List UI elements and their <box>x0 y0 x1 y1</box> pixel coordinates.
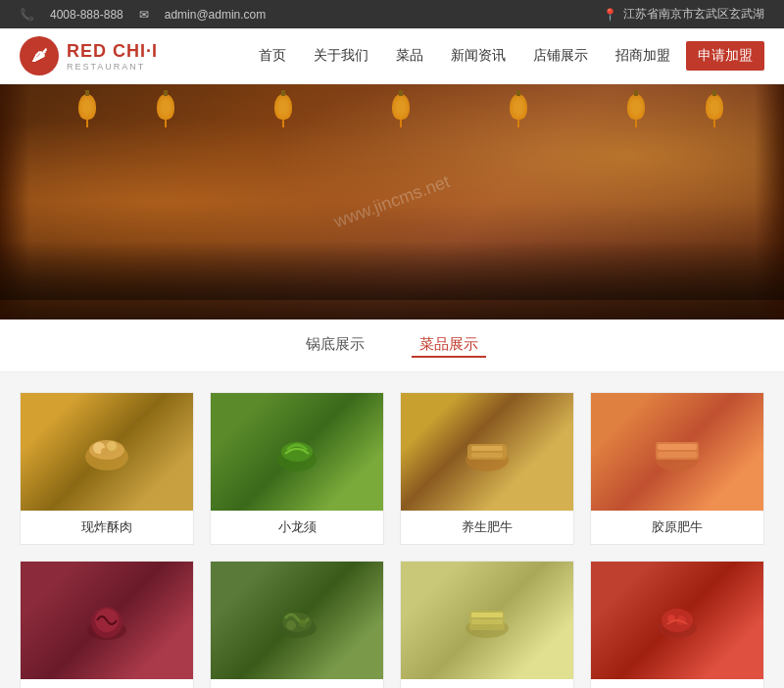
product-card-5[interactable]: 菊花郡肝 <box>20 561 194 688</box>
top-bar-right: 📍 江苏省南京市玄武区玄武湖 <box>603 6 764 23</box>
product-title-6: 肥肠节子 <box>211 679 383 688</box>
product-image-6 <box>211 562 383 679</box>
nav-home[interactable]: 首页 <box>247 39 298 73</box>
nav-about[interactable]: 关于我们 <box>302 39 380 73</box>
svg-rect-9 <box>471 446 503 451</box>
nav-dishes[interactable]: 菜品 <box>384 39 435 73</box>
mail-icon: ✉ <box>139 8 149 22</box>
product-card-1[interactable]: 现炸酥肉 <box>20 392 194 545</box>
logo-subtitle: RESTAURANT <box>67 62 158 72</box>
svg-rect-25 <box>471 619 503 624</box>
logo-title: RED CHI·I <box>67 41 158 62</box>
logo-icon: 🌶 <box>20 36 59 75</box>
tab-dishes[interactable]: 菜品展示 <box>412 333 486 358</box>
product-image-2 <box>211 393 383 511</box>
nav-apply[interactable]: 申请加盟 <box>686 41 764 71</box>
product-title-1: 现炸酥肉 <box>21 511 193 544</box>
email-address: admin@admin.com <box>165 8 267 22</box>
product-card-6[interactable]: 肥肠节子 <box>210 561 384 688</box>
product-title-8: 麻辣牛肉 <box>591 679 763 688</box>
phone-number: 4008-888-888 <box>50 8 123 22</box>
svg-point-20 <box>286 620 296 630</box>
product-image-7 <box>401 562 573 679</box>
product-image-8 <box>591 562 763 679</box>
svg-rect-24 <box>471 613 503 617</box>
product-image-1 <box>21 393 193 511</box>
hero-banner: www.jincms.net <box>0 84 784 319</box>
products-grid: 现炸酥肉 小龙须 养生肥牛 <box>20 392 764 688</box>
main-nav: 首页 关于我们 菜品 新闻资讯 店铺展示 招商加盟 申请加盟 <box>247 39 764 73</box>
product-title-7: 农家笋片王 <box>401 679 573 688</box>
logo: 🌶 RED CHI·I RESTAURANT <box>20 36 158 75</box>
hero-decor <box>0 241 784 300</box>
product-card-7[interactable]: 农家笋片王 <box>400 561 574 688</box>
top-bar: 📞 4008-888-888 ✉ admin@admin.com 📍 江苏省南京… <box>0 0 784 28</box>
location-icon: 📍 <box>603 8 617 22</box>
nav-franchise[interactable]: 招商加盟 <box>604 39 682 73</box>
product-image-3 <box>401 393 573 511</box>
svg-point-21 <box>299 619 307 627</box>
product-title-2: 小龙须 <box>211 511 383 544</box>
nav-news[interactable]: 新闻资讯 <box>439 39 517 73</box>
product-title-4: 胶原肥牛 <box>591 511 763 544</box>
nav-store[interactable]: 店铺展示 <box>521 39 600 73</box>
product-title-3: 养生肥牛 <box>401 511 573 544</box>
tab-hotpot[interactable]: 锅底展示 <box>298 333 372 358</box>
phone-icon: 📞 <box>20 8 34 22</box>
product-image-5 <box>21 562 193 679</box>
product-image-4 <box>591 393 763 511</box>
product-card-3[interactable]: 养生肥牛 <box>400 392 574 545</box>
products-section: 现炸酥肉 小龙须 养生肥牛 <box>0 372 784 688</box>
location-text: 江苏省南京市玄武区玄武湖 <box>623 6 764 23</box>
svg-rect-14 <box>658 452 697 458</box>
product-title-5: 菊花郡肝 <box>21 679 193 688</box>
svg-rect-10 <box>471 453 503 458</box>
logo-text: RED CHI·I RESTAURANT <box>67 41 158 72</box>
product-card-4[interactable]: 胶原肥牛 <box>590 392 764 545</box>
svg-rect-13 <box>658 444 697 450</box>
top-bar-left: 📞 4008-888-888 ✉ admin@admin.com <box>20 8 266 22</box>
product-card-2[interactable]: 小龙须 <box>210 392 384 545</box>
product-tabs: 锅底展示 菜品展示 <box>0 319 784 372</box>
svg-point-4 <box>101 448 109 456</box>
product-card-8[interactable]: 麻辣牛肉 <box>590 561 764 688</box>
header: 🌶 RED CHI·I RESTAURANT 首页 关于我们 菜品 新闻资讯 店… <box>0 28 784 84</box>
svg-point-3 <box>107 441 117 451</box>
